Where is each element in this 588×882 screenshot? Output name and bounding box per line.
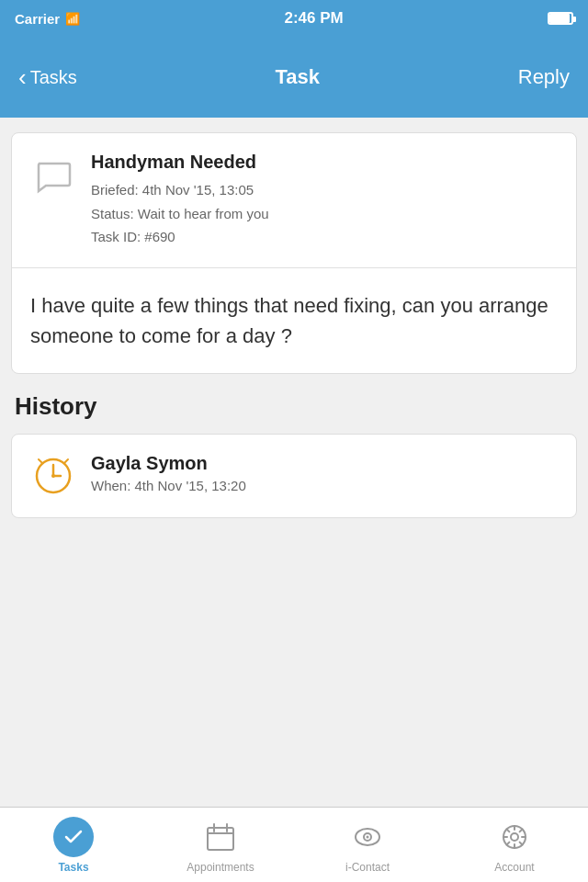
svg-line-22 xyxy=(507,842,510,844)
tab-tasks-active-circle xyxy=(53,817,94,857)
tab-appointments[interactable]: Appointments xyxy=(147,817,294,874)
tab-icontact[interactable]: i-Contact xyxy=(294,817,441,874)
svg-line-19 xyxy=(507,829,510,831)
task-message: I have quite a few things that need fixi… xyxy=(30,290,558,351)
nav-bar: ‹ Tasks Task Reply xyxy=(0,37,588,118)
svg-line-4 xyxy=(39,459,42,463)
carrier-label: Carrier xyxy=(15,11,60,27)
reply-button[interactable]: Reply xyxy=(518,65,570,89)
nav-title: Task xyxy=(276,65,321,89)
svg-line-20 xyxy=(520,842,523,844)
history-card: Gayla Symon When: 4th Nov '15, 13:20 xyxy=(11,434,577,518)
history-when: When: 4th Nov '15, 13:20 xyxy=(91,478,558,493)
task-title: Handyman Needed xyxy=(91,152,558,173)
svg-rect-6 xyxy=(208,828,233,850)
back-label: Tasks xyxy=(30,67,77,88)
tab-icontact-label: i-Contact xyxy=(345,861,390,874)
history-info: Gayla Symon When: 4th Nov '15, 13:20 xyxy=(91,453,558,493)
history-label: History xyxy=(11,374,577,434)
task-briefed: Briefed: 4th Nov '15, 13:05 xyxy=(91,178,558,202)
tab-account-icon-wrap xyxy=(494,817,535,857)
status-bar: Carrier 📶 2:46 PM xyxy=(0,0,588,37)
tab-bar: Tasks Appointments i-Contact xyxy=(0,807,588,882)
task-card: Handyman Needed Briefed: 4th Nov '15, 13… xyxy=(11,132,577,374)
svg-point-3 xyxy=(51,474,55,478)
tab-tasks[interactable]: Tasks xyxy=(0,817,147,874)
clock-icon xyxy=(30,453,76,499)
svg-point-14 xyxy=(511,833,518,841)
task-status: Status: Wait to hear from you xyxy=(91,202,558,226)
task-body: I have quite a few things that need fixi… xyxy=(12,268,576,373)
svg-line-5 xyxy=(64,459,68,463)
wifi-icon: 📶 xyxy=(65,12,80,26)
task-header: Handyman Needed Briefed: 4th Nov '15, 13… xyxy=(12,133,576,268)
tab-account-label: Account xyxy=(494,861,534,874)
tab-appointments-label: Appointments xyxy=(187,861,254,874)
tab-tasks-label: Tasks xyxy=(58,861,88,874)
content-area: Handyman Needed Briefed: 4th Nov '15, 13… xyxy=(0,118,588,807)
status-time: 2:46 PM xyxy=(284,9,343,28)
back-button[interactable]: ‹ Tasks xyxy=(18,63,77,92)
tab-appointments-icon-wrap xyxy=(200,817,241,857)
status-left: Carrier 📶 xyxy=(15,11,80,27)
tab-icontact-icon-wrap xyxy=(347,817,388,857)
chevron-left-icon: ‹ xyxy=(18,63,27,92)
history-name: Gayla Symon xyxy=(91,453,558,474)
chat-icon xyxy=(30,155,76,201)
tab-tasks-icon-wrap xyxy=(53,817,94,857)
task-info: Handyman Needed Briefed: 4th Nov '15, 13… xyxy=(91,152,558,249)
battery-icon xyxy=(548,12,573,25)
task-meta: Briefed: 4th Nov '15, 13:05 Status: Wait… xyxy=(91,178,558,249)
svg-point-12 xyxy=(367,835,369,838)
task-id: Task ID: #690 xyxy=(91,225,558,249)
svg-line-21 xyxy=(520,829,523,831)
tab-account[interactable]: Account xyxy=(441,817,588,874)
